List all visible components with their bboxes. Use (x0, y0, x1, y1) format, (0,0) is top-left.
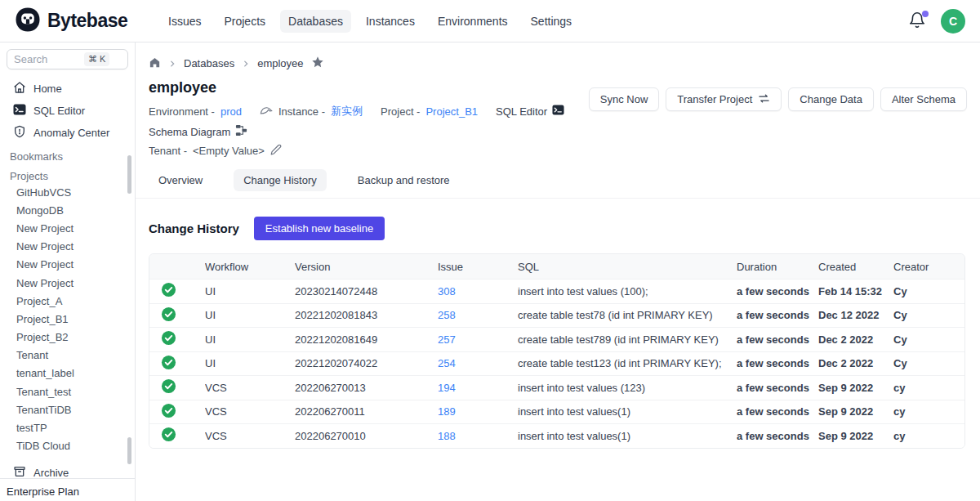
sql-cell: create table test78 (id int PRIMARY KEY) (518, 309, 737, 321)
success-check-icon (161, 330, 176, 348)
sidebar-project-item[interactable]: Project_B1 (0, 310, 135, 328)
brand[interactable]: Bytebase (15, 7, 145, 36)
success-check-icon (161, 378, 176, 396)
creator-cell: Cy (893, 357, 964, 369)
breadcrumb-databases[interactable]: Databases (184, 57, 234, 69)
sidebar-scrollbar-thumb[interactable] (127, 155, 131, 194)
workflow-cell: UI (205, 357, 295, 369)
sidebar-project-item[interactable]: New Project (0, 219, 135, 237)
schema-diagram-action[interactable]: Schema Diagram (149, 124, 247, 139)
sidebar-project-item[interactable]: Tenant_test (0, 382, 135, 400)
environment-link[interactable]: prod (220, 105, 242, 118)
sidebar-project-item[interactable]: New Project (0, 238, 135, 256)
issue-link[interactable]: 258 (438, 309, 456, 321)
sidebar-project-item[interactable]: testTP (0, 418, 135, 436)
nav-instances[interactable]: Instances (358, 10, 423, 33)
issue-link[interactable]: 308 (438, 285, 456, 297)
sidebar-item-label: Home (33, 83, 62, 95)
sidebar-scrollbar-thumb[interactable] (127, 437, 131, 464)
environment-label: Environment - (149, 105, 215, 118)
workflow-cell: UI (205, 285, 295, 297)
table-row[interactable]: UI 20221202081649 257 create table test7… (149, 327, 964, 351)
sidebar-project-item[interactable]: TiDB Cloud (0, 437, 135, 455)
version-cell: 20230214072448 (295, 285, 438, 297)
table-row[interactable]: UI 20221202074022 254 create table test1… (149, 351, 964, 376)
table-row[interactable]: VCS 202206270013 194 insert into test va… (149, 375, 964, 400)
tab-overview[interactable]: Overview (149, 169, 212, 191)
breadcrumb: Databases employee (136, 42, 980, 71)
search-input[interactable] (14, 53, 84, 65)
edit-pencil-icon[interactable] (270, 144, 282, 158)
sidebar-project-item[interactable]: MongoDB (0, 201, 135, 219)
creator-cell: cy (893, 405, 964, 418)
status-cell (149, 378, 205, 396)
main-content: Databases employee employee Environment … (136, 42, 980, 501)
transfer-project-button[interactable]: Transfer Project (666, 87, 782, 111)
project-link[interactable]: Project_B1 (425, 105, 478, 118)
breadcrumb-home-icon[interactable] (149, 56, 161, 71)
search-box[interactable]: ⌘ K (7, 49, 128, 69)
alter-schema-button[interactable]: Alter Schema (880, 87, 967, 111)
tenant-label: Tenant - (149, 145, 187, 157)
table-row[interactable]: UI 20230214072448 308 insert into test v… (149, 279, 964, 303)
sidebar-item-home[interactable]: Home (0, 78, 135, 100)
sidebar-project-item[interactable]: Tenant (0, 347, 135, 365)
sidebar-section-bookmarks: Bookmarks (0, 144, 135, 163)
created-cell: Feb 14 15:32 (818, 285, 893, 297)
issue-link[interactable]: 254 (438, 357, 456, 369)
tab-change-history[interactable]: Change History (234, 169, 327, 191)
nav-issues[interactable]: Issues (160, 10, 209, 33)
instance-link[interactable]: 新实例 (331, 104, 363, 119)
issue-cell: 308 (438, 285, 518, 297)
status-cell (149, 355, 205, 373)
sidebar-project-item[interactable]: New Project (0, 256, 135, 274)
sidebar-project-item[interactable]: Project_A (0, 292, 135, 310)
creator-cell: cy (893, 430, 964, 442)
issue-link[interactable]: 194 (438, 382, 456, 394)
issue-link[interactable]: 189 (438, 405, 456, 418)
nav-settings[interactable]: Settings (523, 10, 581, 33)
workflow-cell: UI (205, 309, 295, 321)
sidebar-project-item[interactable]: GitHubVCS (0, 183, 135, 201)
version-cell: 202206270011 (295, 405, 438, 418)
notification-bell-icon[interactable] (908, 11, 928, 31)
sidebar-item-label: Anomaly Center (33, 127, 109, 139)
sidebar-item-anomaly-center[interactable]: Anomaly Center (0, 122, 135, 144)
tab-backup-and-restore[interactable]: Backup and restore (348, 169, 460, 191)
issue-link[interactable]: 188 (438, 430, 456, 442)
sidebar-footer-plan[interactable]: Enterprise Plan (0, 478, 135, 501)
status-cell (149, 306, 205, 324)
workflow-cell: VCS (205, 430, 295, 442)
sidebar-project-item[interactable]: New Project (0, 274, 135, 292)
sidebar: ⌘ K Home SQL Editor (0, 42, 136, 501)
mysql-dolphin-icon (260, 105, 273, 119)
issue-link[interactable]: 257 (438, 333, 456, 346)
notification-dot (922, 11, 929, 17)
sync-now-button[interactable]: Sync Now (589, 87, 660, 111)
establish-baseline-button[interactable]: Establish new baseline (254, 217, 385, 240)
sidebar-project-item[interactable]: tenant_label (0, 365, 135, 382)
duration-cell: a few seconds (737, 357, 818, 369)
sidebar-project-item[interactable]: Project_B2 (0, 329, 135, 347)
table-row[interactable]: UI 20221202081843 258 create table test7… (149, 303, 964, 328)
col-issue: Issue (438, 261, 518, 273)
chevron-right-icon (168, 60, 176, 68)
sidebar-project-list: GitHubVCSMongoDBNew ProjectNew ProjectNe… (0, 183, 135, 455)
top-navbar: Bytebase Issues Projects Databases Insta… (0, 0, 980, 42)
nav-projects[interactable]: Projects (216, 10, 274, 33)
favorite-star-icon[interactable] (311, 56, 324, 71)
nav-databases[interactable]: Databases (280, 10, 351, 33)
sidebar-project-item[interactable]: TenantTiDB (0, 400, 135, 418)
duration-cell: a few seconds (737, 309, 818, 321)
nav-environments[interactable]: Environments (430, 10, 516, 33)
sidebar-item-sql-editor[interactable]: SQL Editor (0, 100, 135, 122)
sql-cell: create table test789 (id int PRIMARY KEY… (518, 333, 737, 346)
issue-cell: 189 (438, 405, 518, 418)
sql-editor-action[interactable]: SQL Editor (496, 104, 564, 119)
sql-cell: insert into test values (123) (518, 382, 737, 394)
table-row[interactable]: VCS 202206270010 188 insert into test va… (149, 423, 964, 448)
change-data-button[interactable]: Change Data (788, 87, 874, 111)
table-row[interactable]: VCS 202206270011 189 insert into test va… (149, 400, 964, 424)
breadcrumb-employee[interactable]: employee (257, 57, 303, 69)
avatar[interactable]: C (941, 9, 965, 34)
